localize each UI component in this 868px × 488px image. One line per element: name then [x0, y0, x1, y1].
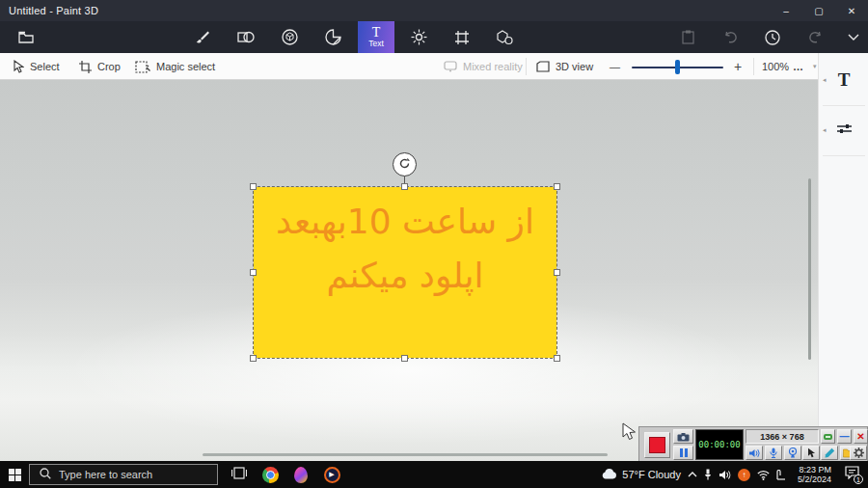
webcam-button[interactable]: [784, 446, 801, 460]
network-icon[interactable]: [757, 470, 770, 480]
resize-handle-n[interactable]: [401, 183, 408, 190]
2d-shapes-button[interactable]: [228, 21, 264, 53]
ribbon-scroll-arrow-icon[interactable]: ▾: [813, 63, 817, 70]
chrome-icon: [262, 467, 279, 483]
stickers-icon: [325, 29, 341, 45]
more-options-button[interactable]: …: [793, 53, 804, 80]
history-button[interactable]: [754, 21, 791, 53]
volume-icon[interactable]: [719, 470, 731, 480]
microphone-button[interactable]: [765, 446, 782, 460]
brush-icon: [195, 30, 210, 45]
note-line-1: از ساعت 10بهبعد: [254, 195, 556, 249]
text-box-selection[interactable]: از ساعت 10بهبعد اپلود میکنم: [254, 187, 556, 358]
3d-shapes-icon: [282, 29, 298, 45]
vertical-scrollbar[interactable]: [808, 178, 811, 360]
resize-handle-sw[interactable]: [250, 355, 257, 362]
speaker-icon: [748, 448, 760, 458]
stickers-button[interactable]: [314, 21, 351, 53]
3d-library-button[interactable]: [486, 21, 523, 53]
resize-handle-e[interactable]: [554, 269, 560, 276]
resize-handle-w[interactable]: [250, 269, 257, 276]
clock[interactable]: 8:23 PM 5/2/2024: [795, 465, 834, 485]
note-text[interactable]: از ساعت 10بهبعد اپلود میکنم: [254, 195, 556, 303]
action-center-button[interactable]: 1: [841, 464, 862, 485]
3d-shapes-button[interactable]: [271, 21, 308, 53]
taskbar-paint3d-button[interactable]: [285, 461, 316, 488]
sidebar-text-panel-button[interactable]: ◂ T: [819, 67, 868, 94]
upload-status-icon[interactable]: ↑: [738, 469, 750, 481]
resize-handle-s[interactable]: [401, 355, 408, 362]
zoom-in-button[interactable]: +: [734, 53, 742, 80]
select-button[interactable]: Select: [14, 53, 60, 80]
capture-resolution: 1366 × 768: [746, 429, 819, 444]
menu-button[interactable]: [8, 21, 44, 53]
sidebar-settings-panel-button[interactable]: ◂: [819, 117, 868, 144]
maximize-button[interactable]: ▢: [802, 0, 835, 21]
record-stop-button[interactable]: [644, 432, 670, 458]
weather-widget[interactable]: 57°F Cloudy: [602, 469, 681, 481]
ellipsis-label: …: [793, 61, 804, 72]
recorder-minimize-button[interactable]: —: [837, 429, 852, 444]
audio-button[interactable]: [746, 446, 763, 460]
3d-view-button[interactable]: 3D view: [536, 53, 593, 80]
text-tool-button[interactable]: T Text: [358, 21, 394, 53]
minimize-button[interactable]: –: [770, 0, 802, 21]
weather-text: 57°F Cloudy: [622, 469, 681, 480]
collapse-left-icon: ◂: [823, 126, 827, 134]
effects-button[interactable]: [400, 21, 437, 53]
resize-handle-se[interactable]: [554, 355, 560, 362]
magic-select-label: Magic select: [156, 61, 215, 72]
recorder-close-icon: ✕: [856, 431, 864, 442]
draw-button[interactable]: [821, 446, 838, 460]
expand-toolbar-button[interactable]: [835, 21, 868, 53]
select-cursor-icon: [14, 60, 24, 73]
title-bar: Untitled - Paint 3D – ▢ ✕: [0, 0, 868, 21]
paste-button[interactable]: [669, 21, 706, 53]
crop-button[interactable]: Crop: [79, 53, 121, 80]
taskbar-media-button[interactable]: ▶: [316, 461, 347, 488]
search-placeholder: Type here to search: [59, 469, 152, 480]
sidebar-divider: [823, 105, 865, 106]
cursor-capture-button[interactable]: [802, 446, 820, 460]
taskbar-chrome-button[interactable]: [255, 461, 285, 488]
sliders-icon: [837, 122, 852, 139]
pause-button[interactable]: [673, 446, 693, 460]
rotation-handle[interactable]: [393, 152, 417, 176]
resize-handle-ne[interactable]: [554, 183, 560, 190]
canvas-frame-icon: [454, 30, 470, 45]
zoom-level-display[interactable]: 100%: [762, 53, 789, 80]
tray-expand-chevron-icon[interactable]: [688, 472, 697, 477]
close-button[interactable]: ✕: [835, 0, 868, 21]
text-tool-icon: T: [372, 26, 381, 39]
region-select-button[interactable]: [821, 429, 835, 444]
canvas-button[interactable]: [444, 21, 480, 53]
taskbar-search-input[interactable]: Type here to search: [29, 464, 218, 485]
resize-handle-nw[interactable]: [250, 183, 257, 190]
text-panel-icon: T: [838, 69, 851, 91]
screen-recorder-widget: 00:00:00 1366 × 768 — ✕: [638, 426, 868, 461]
history-clock-icon: [765, 30, 780, 45]
magic-select-button[interactable]: Magic select: [135, 53, 215, 80]
undo-button[interactable]: [712, 21, 748, 53]
zoom-out-button[interactable]: —: [610, 53, 620, 80]
start-button[interactable]: [0, 461, 29, 488]
horizontal-scrollbar[interactable]: [203, 453, 608, 456]
main-toolbar: T Text: [0, 21, 868, 53]
crop-label: Crop: [97, 61, 121, 72]
pause-icon: [680, 448, 688, 457]
pin-icon[interactable]: [704, 469, 712, 480]
zoom-slider-handle[interactable]: [675, 60, 680, 74]
recorder-close-button[interactable]: ✕: [854, 429, 868, 444]
recorder-settings-button[interactable]: [850, 446, 867, 460]
screenshot-button[interactable]: [673, 429, 693, 444]
touch-keyboard-icon[interactable]: [776, 470, 788, 480]
taskbar: Type here to search ▶ 57°F Cloudy ↑: [0, 461, 868, 488]
redo-button[interactable]: [797, 21, 833, 53]
zoom-in-label: +: [734, 59, 742, 74]
sidebar-divider: [823, 155, 865, 156]
brush-tool-button[interactable]: [184, 21, 221, 53]
select-label: Select: [30, 61, 60, 72]
notification-badge: 1: [854, 474, 863, 484]
mixed-reality-button[interactable]: Mixed reality: [444, 53, 523, 80]
task-view-button[interactable]: [224, 461, 255, 488]
